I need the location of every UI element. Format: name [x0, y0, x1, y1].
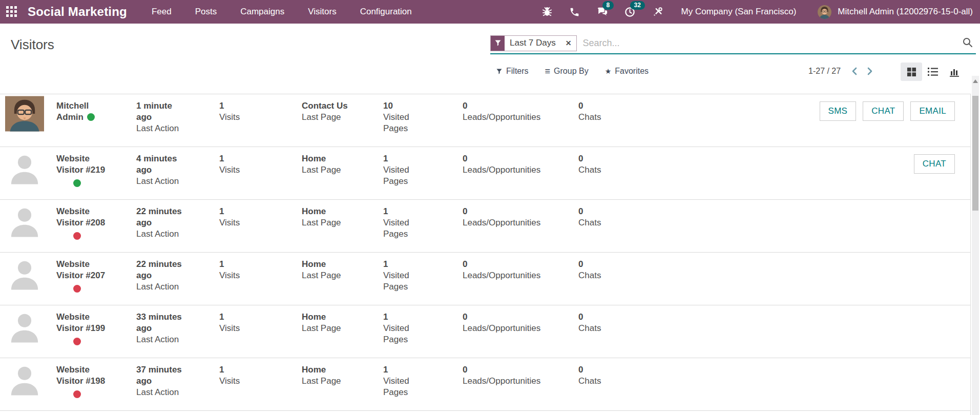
visits-count: 1	[219, 100, 302, 112]
vertical-scrollbar[interactable]	[972, 76, 979, 415]
last-page-label: Last Page	[302, 217, 383, 229]
graph-view-button[interactable]	[944, 63, 965, 81]
visitor-card[interactable]: Website Visitor #219 4 minutes ago Last …	[0, 147, 970, 199]
leads-label: Leads/Opportunities	[463, 164, 578, 176]
visitor-placeholder-avatar	[5, 360, 44, 396]
leads-label: Leads/Opportunities	[463, 323, 578, 334]
visitor-card[interactable]: Website Visitor #208 22 minutes ago Last…	[0, 199, 970, 252]
menu-item-configuration[interactable]: Configuration	[360, 1, 412, 23]
filter-funnel-icon	[496, 68, 503, 75]
online-status-dot	[73, 179, 81, 187]
last-action-time: 22 minutes ago	[136, 259, 185, 281]
visited-pages-count: 10	[383, 100, 463, 112]
visited-pages-label: Visited Pages	[383, 112, 415, 134]
leads-count: 0	[463, 100, 578, 112]
scrollbar-thumb[interactable]	[972, 96, 978, 211]
scroll-up-icon[interactable]	[973, 79, 978, 83]
leads-count: 0	[463, 312, 578, 323]
last-page-value: Home	[302, 206, 383, 217]
app-window: Social Marketing Feed Posts Campaigns Vi…	[0, 0, 980, 415]
last-action-time: 1 minute ago	[136, 100, 185, 123]
bar-chart-icon	[949, 67, 960, 77]
leads-count: 0	[463, 364, 578, 376]
leads-label: Leads/Opportunities	[463, 217, 578, 229]
menu-item-visitors[interactable]: Visitors	[308, 1, 336, 23]
messages-icon[interactable]: 8	[596, 6, 609, 18]
visits-label: Visits	[219, 270, 302, 281]
leads-label: Leads/Opportunities	[463, 112, 578, 123]
visitor-card[interactable]: Website Visitor #207 22 minutes ago Last…	[0, 252, 970, 305]
group-by-icon: ≡	[545, 67, 551, 76]
pager-value[interactable]: 1-27 / 27	[808, 67, 841, 76]
filters-button[interactable]: Filters	[496, 67, 529, 76]
visitor-card[interactable]: Website Visitor #198 37 minutes ago Last…	[0, 358, 970, 410]
facet-filter-icon	[491, 36, 505, 51]
debug-bug-icon[interactable]	[541, 6, 553, 18]
visits-label: Visits	[219, 217, 302, 229]
visitor-card[interactable]: Website Visitor #199 33 minutes ago Last…	[0, 305, 970, 358]
search-icon[interactable]	[962, 36, 975, 50]
leads-count: 0	[463, 206, 578, 217]
kanban-view-button[interactable]	[901, 63, 922, 81]
last-action-time: 4 minutes ago	[136, 153, 185, 176]
last-page-value: Home	[302, 312, 383, 323]
sms-button[interactable]: SMS	[820, 101, 857, 121]
messages-badge: 8	[602, 1, 614, 10]
visitor-card[interactable]: Mitchell Admin 1 minute ago Last Action …	[0, 94, 970, 147]
visits-count: 1	[219, 364, 302, 376]
menu-item-feed[interactable]: Feed	[152, 1, 172, 23]
chats-count: 0	[578, 153, 665, 164]
visitor-name: Website Visitor #199	[56, 312, 105, 333]
leads-count: 0	[463, 153, 578, 164]
visited-pages-label: Visited Pages	[383, 323, 415, 345]
phone-icon[interactable]	[569, 6, 581, 18]
chats-count: 0	[578, 312, 665, 323]
visited-pages-count: 1	[383, 259, 463, 270]
visits-label: Visits	[219, 112, 302, 123]
chats-label: Chats	[578, 112, 665, 123]
group-by-label: Group By	[554, 67, 589, 76]
last-page-label: Last Page	[302, 376, 383, 387]
favorites-button[interactable]: ★ Favorites	[605, 67, 649, 76]
search-input[interactable]	[577, 38, 962, 49]
activities-clock-icon[interactable]: 32	[624, 6, 636, 18]
email-button[interactable]: EMAIL	[910, 101, 955, 121]
group-by-button[interactable]: ≡ Group By	[545, 67, 589, 76]
app-brand-title[interactable]: Social Marketing	[28, 5, 127, 19]
last-action-label: Last Action	[136, 334, 219, 345]
visited-pages-label: Visited Pages	[383, 164, 415, 187]
main-menu: Feed Posts Campaigns Visitors Configurat…	[152, 1, 412, 23]
menu-item-campaigns[interactable]: Campaigns	[240, 1, 284, 23]
visited-pages-count: 1	[383, 364, 463, 376]
visits-count: 1	[219, 259, 302, 270]
offline-status-dot	[73, 390, 81, 398]
menu-item-posts[interactable]: Posts	[195, 1, 217, 23]
chat-button[interactable]: CHAT	[914, 154, 955, 174]
search-facet: Last 7 Days ✕	[490, 35, 577, 51]
visited-pages-count: 1	[383, 312, 463, 323]
apps-menu-icon[interactable]	[0, 0, 24, 24]
offline-status-dot	[73, 285, 81, 293]
chats-count: 0	[578, 206, 665, 217]
list-view-button[interactable]	[922, 63, 944, 81]
facet-remove-icon[interactable]: ✕	[561, 36, 576, 51]
star-icon: ★	[605, 68, 612, 75]
activities-badge: 32	[630, 1, 645, 10]
company-switcher[interactable]: My Company (San Francisco)	[681, 7, 797, 17]
pager-next-icon[interactable]	[866, 67, 873, 76]
visitor-placeholder-avatar	[5, 412, 44, 415]
tools-icon[interactable]	[652, 6, 664, 18]
user-menu[interactable]: Mitchell Admin (12002976-15-0-all)	[818, 5, 973, 19]
chat-button[interactable]: CHAT	[863, 101, 904, 121]
visits-count: 1	[219, 153, 302, 164]
view-switcher	[901, 63, 965, 81]
visited-pages-count: 1	[383, 206, 463, 217]
last-action-time: 33 minutes ago	[136, 312, 185, 334]
visitor-card-partial[interactable]	[0, 410, 970, 415]
visitor-name: Website Visitor #208	[56, 206, 105, 227]
list-icon	[928, 67, 938, 76]
top-navbar: Social Marketing Feed Posts Campaigns Vi…	[0, 0, 980, 24]
visitor-kanban-list: Mitchell Admin 1 minute ago Last Action …	[0, 94, 971, 415]
pager-previous-icon[interactable]	[851, 67, 858, 76]
visits-label: Visits	[219, 376, 302, 387]
